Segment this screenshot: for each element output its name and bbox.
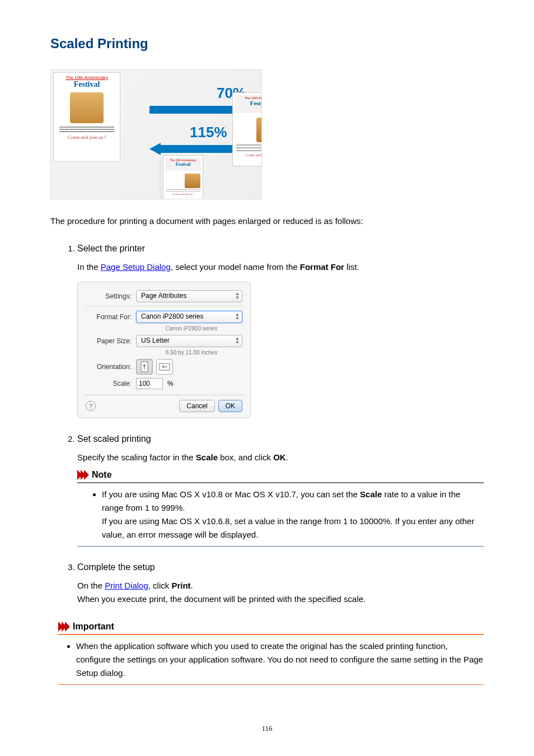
step1-title: Select the printer xyxy=(77,244,484,254)
note-title: Note xyxy=(92,470,112,480)
papersize-label: Paper Size: xyxy=(86,337,136,345)
page-title: Scaled Printing xyxy=(50,36,484,52)
formatfor-label: Format For: xyxy=(86,313,136,321)
important-title: Important xyxy=(73,622,114,632)
scale-input[interactable]: 100 xyxy=(136,378,163,389)
orientation-landscape[interactable] xyxy=(156,359,173,375)
format-for-label: Format For xyxy=(300,262,344,272)
step3-title: Complete the setup xyxy=(77,562,484,572)
chevrons-icon xyxy=(77,470,87,480)
settings-select[interactable]: Page Attributes▲▼ xyxy=(136,290,242,302)
help-button[interactable]: ? xyxy=(86,401,96,411)
important-block: Important When the application software … xyxy=(58,622,484,685)
formatfor-select[interactable]: Canon iP2800 series▲▼ xyxy=(136,311,242,323)
illus-fest: Festival xyxy=(56,80,118,89)
illus-foot: Come and join us ! xyxy=(56,134,118,140)
step2-title: Set scaled printing xyxy=(77,434,484,444)
cancel-button[interactable]: Cancel xyxy=(179,400,214,412)
step3-line2: When you execute print, the document wil… xyxy=(77,592,484,606)
formatfor-sub: Canon iP2800 series xyxy=(140,325,242,332)
note-line2: If you are using Mac OS X v10.6.8, set a… xyxy=(102,515,484,542)
scale-label: Scale: xyxy=(86,380,136,388)
ok-button[interactable]: OK xyxy=(218,400,242,412)
step2-body: Specify the scaling factor in the Scale … xyxy=(77,451,484,464)
note-block: Note If you are using Mac OS X v10.8 or … xyxy=(77,470,484,547)
page-number: 116 xyxy=(50,724,484,733)
note-item: If you are using Mac OS X v10.8 or Mac O… xyxy=(102,488,484,542)
orientation-portrait[interactable] xyxy=(136,359,153,375)
orientation-label: Orientation: xyxy=(86,363,136,371)
intro-text: The procedure for printing a document wi… xyxy=(50,215,484,228)
step1-body: In the Page Setup Dialog, select your mo… xyxy=(77,260,484,274)
papersize-select[interactable]: US Letter▲▼ xyxy=(136,335,242,347)
papersize-sub: 8.50 by 11.00 inches xyxy=(140,349,242,356)
percent-115: 115% xyxy=(190,124,227,141)
page-setup-dialog-link[interactable]: Page Setup Dialog xyxy=(101,262,171,272)
print-dialog-link[interactable]: Print Dialog xyxy=(105,581,148,590)
step3-body: On the Print Dialog, click Print. When y… xyxy=(77,579,484,606)
important-item: When the application software which you … xyxy=(76,640,484,680)
illus-header: The 10th Anniversary xyxy=(56,75,118,80)
settings-label: Settings: xyxy=(86,292,136,300)
scale-unit: % xyxy=(167,380,174,388)
chevrons-icon xyxy=(58,622,68,632)
page-setup-dialog: Settings: Page Attributes▲▼ Format For: … xyxy=(77,282,251,418)
scaling-illustration: The 10th Anniversary Festival Come and j… xyxy=(50,69,262,199)
